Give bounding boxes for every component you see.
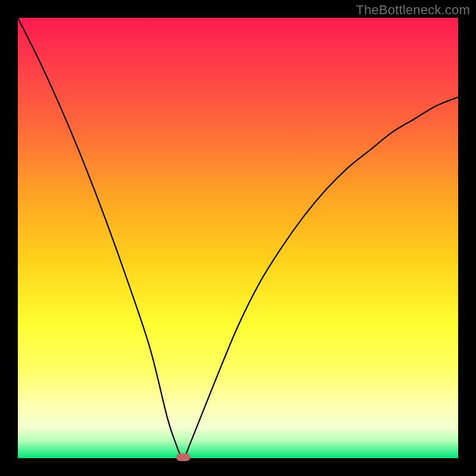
chart-frame: TheBottleneck.com xyxy=(0,0,476,476)
watermark-text: TheBottleneck.com xyxy=(356,2,470,18)
plot-area xyxy=(18,18,458,458)
bottleneck-curve xyxy=(18,18,458,458)
minimum-marker xyxy=(176,453,190,461)
